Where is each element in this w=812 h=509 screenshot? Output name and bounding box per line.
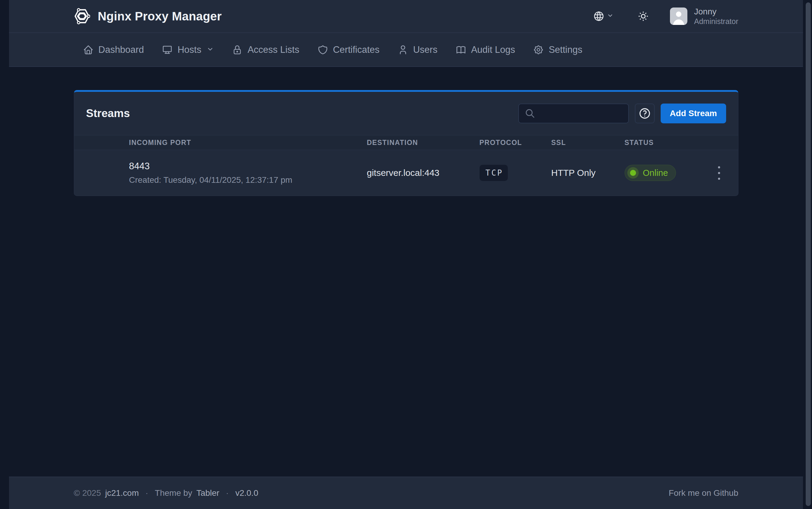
nav-item-settings[interactable]: Settings xyxy=(524,33,591,66)
row-actions-menu-button[interactable] xyxy=(715,163,723,183)
scrollbar-thumb[interactable] xyxy=(806,2,811,506)
nav-item-users[interactable]: Users xyxy=(389,33,447,66)
separator: · xyxy=(143,488,151,498)
person-silhouette-icon xyxy=(670,7,687,25)
help-circle-icon xyxy=(639,107,651,120)
chevron-down-icon xyxy=(206,46,214,53)
column-header-destination: DESTINATION xyxy=(367,139,480,147)
version-link[interactable]: v2.0.0 xyxy=(235,488,258,498)
copyright-text: © 2025 xyxy=(74,488,101,498)
nav-item-hosts[interactable]: Hosts xyxy=(153,33,223,66)
main-nav: Dashboard Hosts Access Lists xyxy=(9,33,803,67)
language-selector-button[interactable] xyxy=(590,7,617,25)
app-title: Nginx Proxy Manager xyxy=(98,10,222,23)
page-title: Streams xyxy=(86,107,130,120)
main-content: Streams xyxy=(9,67,803,477)
book-icon xyxy=(456,44,466,55)
nav-item-audit-logs[interactable]: Audit Logs xyxy=(447,33,524,66)
user-icon xyxy=(398,44,409,55)
user-role: Administrator xyxy=(694,17,738,26)
tabler-link[interactable]: Tabler xyxy=(196,488,219,498)
table-row[interactable]: 8443 Created: Tuesday, 04/11/2025, 12:37… xyxy=(74,150,738,196)
separator: · xyxy=(223,488,231,498)
app-footer: © 2025 jc21.com · Theme by Tabler · v2.0… xyxy=(9,477,803,509)
status-label: Online xyxy=(643,168,668,178)
user-avatar xyxy=(670,7,687,25)
user-menu[interactable]: Jonny Administrator xyxy=(670,6,738,26)
column-header-ssl: SSL xyxy=(551,139,625,147)
github-link[interactable]: Fork me on Github xyxy=(669,488,739,498)
protocol-badge: TCP xyxy=(480,165,508,181)
table-header-row: INCOMING PORT DESTINATION PROTOCOL SSL S… xyxy=(74,135,738,150)
sun-icon xyxy=(638,10,649,22)
add-stream-button[interactable]: Add Stream xyxy=(661,104,726,123)
home-icon xyxy=(83,44,94,55)
app-header: Nginx Proxy Manager xyxy=(9,0,803,33)
npm-logo-icon xyxy=(74,8,90,24)
column-header-status: STATUS xyxy=(625,139,700,147)
nav-item-access-lists[interactable]: Access Lists xyxy=(223,33,308,66)
nav-label: Users xyxy=(413,44,437,55)
scrollbar-track xyxy=(803,0,812,509)
shield-icon xyxy=(317,44,328,55)
help-button[interactable] xyxy=(635,104,655,123)
search-box xyxy=(518,104,629,123)
nav-label: Settings xyxy=(549,44,582,55)
ssl-value: HTTP Only xyxy=(551,168,625,178)
status-dot-icon xyxy=(627,167,639,178)
nav-label: Certificates xyxy=(333,44,380,55)
nav-label: Dashboard xyxy=(98,44,144,55)
theme-by-text: Theme by xyxy=(155,488,193,498)
lock-icon xyxy=(232,44,242,55)
jc21-link[interactable]: jc21.com xyxy=(105,488,139,498)
nav-item-dashboard[interactable]: Dashboard xyxy=(74,33,153,66)
status-badge: Online xyxy=(625,165,676,181)
app-viewport: Nginx Proxy Manager xyxy=(9,0,803,509)
globe-icon xyxy=(593,10,605,22)
destination-value: gitserver.local:443 xyxy=(367,168,480,178)
nav-item-certificates[interactable]: Certificates xyxy=(308,33,389,66)
created-timestamp: Created: Tuesday, 04/11/2025, 12:37:17 p… xyxy=(129,175,367,185)
theme-toggle-button[interactable] xyxy=(635,7,652,25)
nav-label: Access Lists xyxy=(248,44,299,55)
streams-card: Streams xyxy=(74,90,739,196)
gear-icon xyxy=(533,44,544,55)
search-input[interactable] xyxy=(518,104,629,123)
nav-label: Audit Logs xyxy=(471,44,515,55)
monitor-icon xyxy=(162,44,173,55)
brand-link[interactable]: Nginx Proxy Manager xyxy=(74,8,222,24)
user-name: Jonny xyxy=(694,6,738,17)
incoming-port-value: 8443 xyxy=(129,161,367,172)
column-header-incoming-port: INCOMING PORT xyxy=(129,139,367,147)
column-header-protocol: PROTOCOL xyxy=(480,139,551,147)
chevron-down-icon xyxy=(607,12,614,19)
nav-label: Hosts xyxy=(177,44,201,55)
